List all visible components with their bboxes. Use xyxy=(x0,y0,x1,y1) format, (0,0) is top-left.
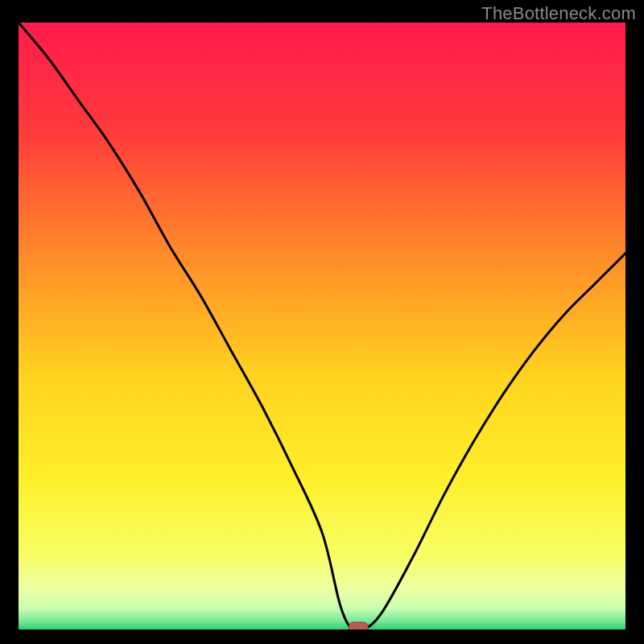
chart-frame: TheBottleneck.com xyxy=(0,0,644,644)
minimum-marker xyxy=(349,622,368,630)
chart-svg xyxy=(19,23,625,630)
plot-area xyxy=(19,23,625,630)
gradient-background xyxy=(19,23,625,630)
watermark-text: TheBottleneck.com xyxy=(481,3,636,24)
